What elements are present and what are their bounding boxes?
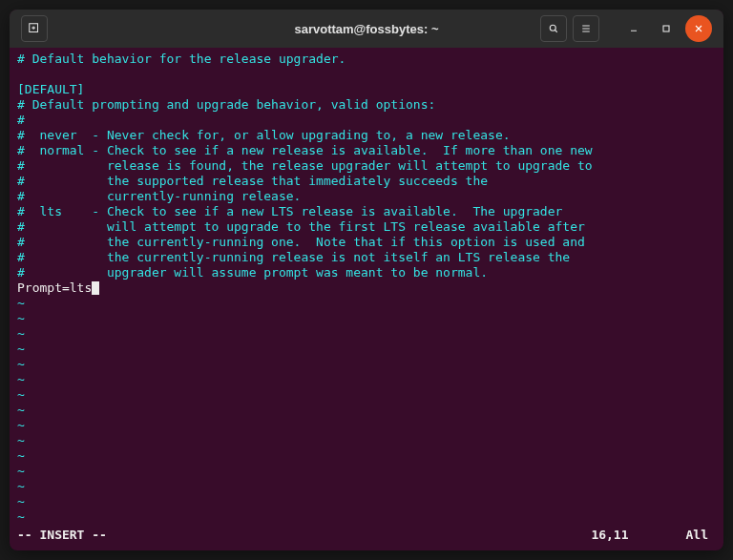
file-line: # will attempt to upgrade to the first L… <box>17 219 716 235</box>
file-line: # normal - Check to see if a new release… <box>17 143 716 158</box>
file-line: # Default behavior for the release upgra… <box>17 52 716 67</box>
file-line: # lts - Check to see if a new LTS releas… <box>17 204 716 219</box>
maximize-icon <box>660 23 672 34</box>
file-line: # upgrader will assume prompt was meant … <box>17 265 716 280</box>
menu-button[interactable] <box>573 15 599 42</box>
terminal-window: sarvottam@fossbytes: ~ <box>10 10 723 550</box>
titlebar: sarvottam@fossbytes: ~ <box>10 10 723 48</box>
empty-line-tilde: ~ <box>17 326 716 342</box>
file-line: # the currently-running one. Note that i… <box>17 235 716 250</box>
empty-line-tilde: ~ <box>17 311 716 326</box>
maximize-button[interactable] <box>653 15 680 42</box>
window-title: sarvottam@fossbytes: ~ <box>294 22 438 36</box>
cursor-position: 16,11 <box>591 528 628 543</box>
file-line: # Default prompting and upgrade behavior… <box>17 97 716 113</box>
file-line: # never - Never check for, or allow upgr… <box>17 128 716 143</box>
new-tab-button[interactable] <box>21 15 48 42</box>
empty-line-tilde: ~ <box>17 479 716 494</box>
empty-line-tilde: ~ <box>17 372 716 387</box>
file-line <box>17 67 716 82</box>
empty-line-tilde: ~ <box>17 342 716 357</box>
svg-rect-9 <box>663 26 669 31</box>
empty-line-tilde: ~ <box>17 403 716 418</box>
file-line-cursor: Prompt=lts <box>17 280 716 296</box>
empty-line-tilde: ~ <box>17 509 716 525</box>
cursor <box>92 281 99 295</box>
svg-line-4 <box>555 31 557 32</box>
empty-line-tilde: ~ <box>17 387 716 403</box>
minimize-button[interactable] <box>620 15 647 42</box>
close-button[interactable] <box>685 15 712 42</box>
file-line: [DEFAULT] <box>17 82 716 97</box>
hamburger-icon <box>580 23 592 34</box>
close-icon <box>693 23 704 34</box>
file-line: # currently-running release. <box>17 189 716 204</box>
empty-line-tilde: ~ <box>17 448 716 464</box>
vim-mode: -- INSERT -- <box>17 528 107 543</box>
empty-line-tilde: ~ <box>17 433 716 448</box>
file-line: # <box>17 113 716 128</box>
empty-line-tilde: ~ <box>17 418 716 433</box>
minimize-icon <box>628 23 639 34</box>
terminal-content[interactable]: # Default behavior for the release upgra… <box>10 48 723 550</box>
empty-line-tilde: ~ <box>17 357 716 372</box>
new-tab-icon <box>28 22 41 35</box>
empty-line-tilde: ~ <box>17 296 716 311</box>
scroll-position: All <box>686 528 708 543</box>
file-line: # release is found, the release upgrader… <box>17 158 716 174</box>
file-line: # the currently-running release is not i… <box>17 250 716 265</box>
search-icon <box>548 23 559 34</box>
vim-status-line: -- INSERT -- 16,11 All <box>17 528 716 547</box>
empty-line-tilde: ~ <box>17 464 716 479</box>
svg-point-3 <box>550 25 555 31</box>
file-line: # the supported release that immediately… <box>17 174 716 189</box>
empty-line-tilde: ~ <box>17 494 716 509</box>
search-button[interactable] <box>540 15 567 42</box>
